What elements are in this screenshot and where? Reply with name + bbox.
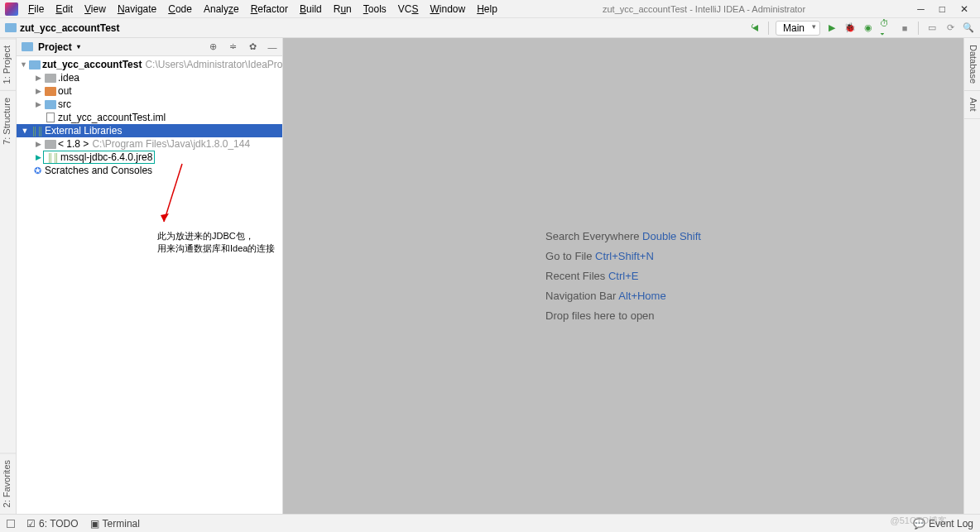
editor-area[interactable]: Search Everywhere Double Shift Go to Fil… (283, 38, 963, 514)
layout-icon[interactable]: ▭ (925, 22, 939, 35)
tree-jdk[interactable]: ▶< 1.8 >C:\Program Files\Java\jdk1.8.0_1… (17, 137, 282, 151)
tree-iml[interactable]: zut_ycc_accountTest.iml (17, 111, 282, 124)
status-todo[interactable]: ☑ 6: TODO (26, 518, 79, 530)
menu-refactor[interactable]: Refactor (246, 2, 293, 17)
menu-code[interactable]: Code (163, 2, 197, 17)
project-panel-header: Project ⊕ ≑ ✿ — (17, 38, 282, 56)
run-config-selector[interactable]: Main (776, 21, 820, 36)
svg-line-0 (164, 164, 182, 222)
app-icon (5, 2, 18, 16)
tree-jdbc[interactable]: ▶║║mssql-jdbc-6.4.0.jre8 (17, 151, 282, 164)
update-icon[interactable]: ⟳ (944, 22, 957, 35)
file-icon (46, 113, 55, 122)
project-panel-title[interactable]: Project (20, 41, 80, 53)
minimize-button[interactable]: ─ (917, 3, 925, 15)
breadcrumb-label: zut_ycc_accountTest (20, 22, 120, 34)
tab-structure[interactable]: 7: Structure (0, 90, 16, 151)
folder-icon (45, 100, 56, 109)
tab-project[interactable]: 1: Project (0, 38, 16, 90)
folder-icon (5, 23, 17, 32)
coverage-button[interactable]: ◉ (862, 22, 875, 35)
watermark: @51CTO博客 (891, 515, 947, 527)
folder-icon (45, 140, 56, 149)
menu-navigate[interactable]: Navigate (113, 2, 161, 17)
tree-root[interactable]: ▼ zut_ycc_accountTestC:\Users\Administra… (17, 58, 282, 71)
menu-analyze[interactable]: Analyze (199, 2, 244, 17)
folder-icon (45, 87, 56, 96)
status-terminal[interactable]: ▣ Terminal (90, 518, 140, 530)
folder-icon (45, 74, 56, 83)
locate-icon[interactable]: ⊕ (206, 41, 219, 54)
menu-run[interactable]: Run (329, 2, 357, 17)
menu-tools[interactable]: Tools (358, 2, 392, 17)
run-config-label: Main (783, 22, 805, 34)
tree-out[interactable]: ▶out (17, 84, 282, 98)
hint-search: Search Everywhere Double Shift (545, 230, 701, 242)
main-area: 1: Project 7: Structure 2: Favorites Pro… (0, 38, 980, 514)
collapse-icon[interactable]: ≑ (226, 41, 239, 54)
hint-navbar: Navigation Bar Alt+Home (545, 290, 701, 302)
run-button[interactable]: ▶ (825, 22, 838, 35)
menu-window[interactable]: Window (425, 2, 470, 17)
status-bar: ☑ 6: TODO ▣ Terminal 💬 Event Log (0, 514, 980, 532)
back-arrow-icon[interactable] (748, 22, 761, 35)
hint-recent: Recent Files Ctrl+E (545, 270, 701, 282)
menu-edit[interactable]: Edit (50, 2, 78, 17)
welcome-hints: Search Everywhere Double Shift Go to Fil… (545, 223, 701, 329)
tab-database[interactable]: Database (964, 38, 980, 91)
close-button[interactable]: ✕ (960, 3, 968, 15)
right-tool-stripe: Database Ant (963, 38, 980, 514)
project-tree: ▼ zut_ycc_accountTestC:\Users\Administra… (17, 56, 282, 514)
maximize-button[interactable]: □ (939, 3, 945, 15)
gear-icon[interactable]: ✿ (246, 41, 259, 54)
status-square-icon[interactable] (7, 520, 15, 528)
annotation-arrow (157, 156, 190, 230)
main-menu: File Edit View Navigate Code Analyze Ref… (23, 2, 502, 17)
annotation-text: 此为放进来的JDBC包， 用来沟通数据库和Idea的连接 (157, 230, 275, 256)
hint-drop: Drop files here to open (545, 309, 701, 322)
tree-idea[interactable]: ▶.idea (17, 71, 282, 84)
window-controls: ─ □ ✕ (906, 3, 980, 15)
debug-button[interactable]: 🐞 (843, 22, 857, 35)
hint-gotofile: Go to File Ctrl+Shift+N (545, 250, 701, 262)
tree-src[interactable]: ▶src (17, 98, 282, 111)
project-panel: Project ⊕ ≑ ✿ — ▼ zut_ycc_accountTestC:\… (17, 38, 283, 514)
folder-icon (29, 60, 41, 69)
tab-ant[interactable]: Ant (964, 91, 980, 119)
window-title: zut_ycc_accountTest - IntelliJ IDEA - Ad… (502, 4, 906, 14)
folder-icon (22, 42, 33, 51)
scratch-icon: ✪ (31, 165, 43, 176)
stop-button[interactable]: ■ (898, 22, 911, 35)
search-icon[interactable]: 🔍 (962, 22, 975, 35)
tree-external-libs[interactable]: ▼║║External Libraries (17, 124, 282, 137)
toolbar: zut_ycc_accountTest Main ▶ 🐞 ◉ ⏱▾ ■ ▭ ⟳ … (0, 18, 980, 38)
left-tool-stripe: 1: Project 7: Structure 2: Favorites (0, 38, 17, 514)
tab-favorites[interactable]: 2: Favorites (0, 453, 16, 514)
tree-scratches[interactable]: ✪Scratches and Consoles (17, 164, 282, 177)
hide-icon[interactable]: — (266, 41, 279, 54)
library-icon: ║║ (31, 125, 43, 137)
menu-help[interactable]: Help (472, 2, 502, 17)
title-bar: File Edit View Navigate Code Analyze Ref… (0, 0, 980, 18)
menu-file[interactable]: File (23, 2, 49, 17)
library-icon: ║║ (47, 151, 59, 163)
menu-build[interactable]: Build (295, 2, 327, 17)
menu-vcs[interactable]: VCS (393, 2, 424, 17)
menu-view[interactable]: View (79, 2, 111, 17)
breadcrumb[interactable]: zut_ycc_accountTest (5, 22, 120, 34)
profile-button[interactable]: ⏱▾ (880, 22, 893, 35)
